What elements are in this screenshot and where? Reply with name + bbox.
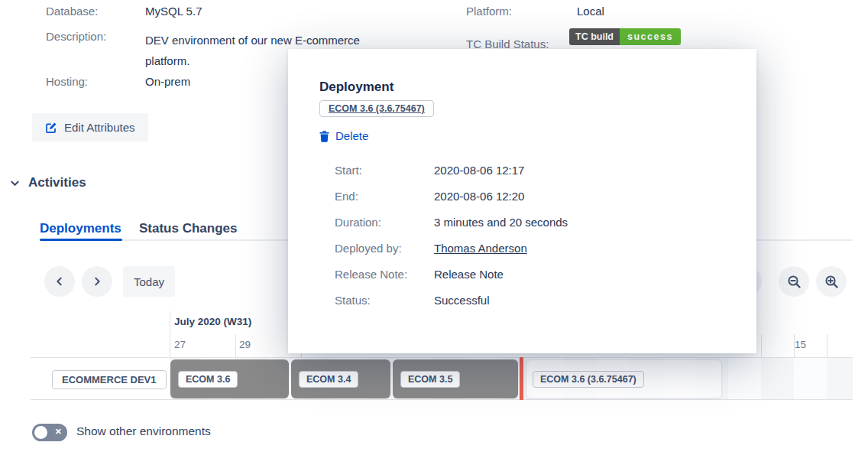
status-label: Status: bbox=[335, 294, 371, 307]
tc-build-status-badge[interactable]: TC build success bbox=[569, 28, 681, 45]
hosting-value: On-prem bbox=[145, 75, 190, 88]
delete-label: Delete bbox=[335, 129, 368, 142]
version-chip[interactable]: ECOM 3.6 (3.6.75467) bbox=[319, 100, 434, 117]
environment-row-label[interactable]: ECOMMERCE DEV1 bbox=[52, 370, 167, 389]
zoom-in-icon bbox=[824, 275, 839, 289]
deployment-bar-label: ECOM 3.4 bbox=[299, 371, 358, 388]
day-label: 29 bbox=[239, 339, 251, 350]
database-value: MySQL 5.7 bbox=[145, 5, 202, 18]
chevron-left-icon bbox=[54, 276, 65, 287]
toggle-off-x-icon: ✕ bbox=[55, 427, 62, 437]
deployed-by-link[interactable]: Thomas Anderson bbox=[434, 242, 527, 255]
deployment-bar-label: ECOM 3.5 bbox=[400, 371, 460, 388]
end-value: 2020-08-06 12:20 bbox=[434, 190, 524, 203]
today-button[interactable]: Today bbox=[123, 266, 175, 297]
end-label: End: bbox=[335, 190, 358, 203]
delete-button[interactable]: Delete bbox=[319, 129, 368, 142]
deployment-bar[interactable]: ECOM 3.6 bbox=[170, 359, 289, 398]
activities-title: Activities bbox=[28, 175, 86, 190]
popup-title: Deployment bbox=[319, 80, 394, 95]
now-marker bbox=[520, 357, 523, 400]
database-label: Database: bbox=[46, 5, 98, 18]
start-value: 2020-08-06 12:17 bbox=[434, 164, 524, 177]
day-label: 15 bbox=[795, 339, 806, 350]
gridline bbox=[170, 311, 170, 357]
show-other-environments-label: Show other environments bbox=[76, 424, 211, 438]
status-value: Successful bbox=[434, 294, 490, 307]
platform-label: Platform: bbox=[466, 5, 512, 18]
chevron-down-icon bbox=[9, 177, 21, 189]
chevron-right-icon bbox=[92, 276, 102, 287]
today-label: Today bbox=[134, 275, 164, 288]
trash-icon bbox=[319, 130, 330, 142]
zoom-out-icon bbox=[787, 275, 802, 289]
deployment-bar[interactable]: ECOM 3.4 bbox=[291, 359, 390, 398]
gridline bbox=[235, 334, 236, 357]
timeline-week-label: July 2020 (W31) bbox=[174, 316, 251, 327]
edit-pencil-icon bbox=[45, 122, 57, 134]
deployment-bar-label: ECOM 3.6 (3.6.75467) bbox=[533, 371, 644, 388]
deployment-bar-label: ECOM 3.6 bbox=[178, 371, 238, 388]
badge-tc-build: TC build bbox=[569, 28, 620, 45]
platform-value: Local bbox=[577, 5, 604, 18]
release-note-link[interactable]: Release Note bbox=[434, 268, 504, 281]
deployment-bar-selected[interactable]: ECOM 3.6 (3.6.75467) bbox=[526, 359, 722, 398]
day-label: 27 bbox=[174, 339, 186, 350]
toggle-knob bbox=[34, 426, 47, 439]
release-note-label: Release Note: bbox=[335, 268, 407, 281]
active-tab-underline bbox=[40, 239, 122, 241]
badge-success: success bbox=[620, 28, 681, 45]
deployment-popup: Deployment ECOM 3.6 (3.6.75467) Delete S… bbox=[288, 49, 756, 353]
duration-label: Duration: bbox=[335, 216, 381, 229]
row-bottom-border bbox=[31, 399, 853, 400]
tab-deployments[interactable]: Deployments bbox=[40, 221, 121, 236]
deployed-by-label: Deployed by: bbox=[335, 242, 402, 255]
environment-dashboard: Database: MySQL 5.7 Description: DEV env… bbox=[0, 0, 868, 465]
timeline-next-button[interactable] bbox=[82, 266, 112, 297]
zoom-in-button[interactable] bbox=[816, 266, 847, 297]
start-label: Start: bbox=[335, 164, 362, 177]
duration-value: 3 minutes and 20 seconds bbox=[434, 216, 568, 229]
description-label: Description: bbox=[46, 30, 106, 43]
edit-attributes-label: Edit Attributes bbox=[64, 121, 135, 134]
tab-status-changes[interactable]: Status Changes bbox=[139, 221, 237, 236]
deployment-bar[interactable]: ECOM 3.5 bbox=[393, 359, 518, 398]
show-other-environments-toggle[interactable]: ✕ bbox=[32, 424, 67, 441]
hosting-label: Hosting: bbox=[46, 75, 88, 88]
zoom-out-button[interactable] bbox=[779, 266, 809, 297]
timeline-prev-button[interactable] bbox=[44, 266, 75, 297]
activities-section-header[interactable]: Activities bbox=[9, 175, 86, 190]
edit-attributes-button[interactable]: Edit Attributes bbox=[32, 113, 148, 141]
